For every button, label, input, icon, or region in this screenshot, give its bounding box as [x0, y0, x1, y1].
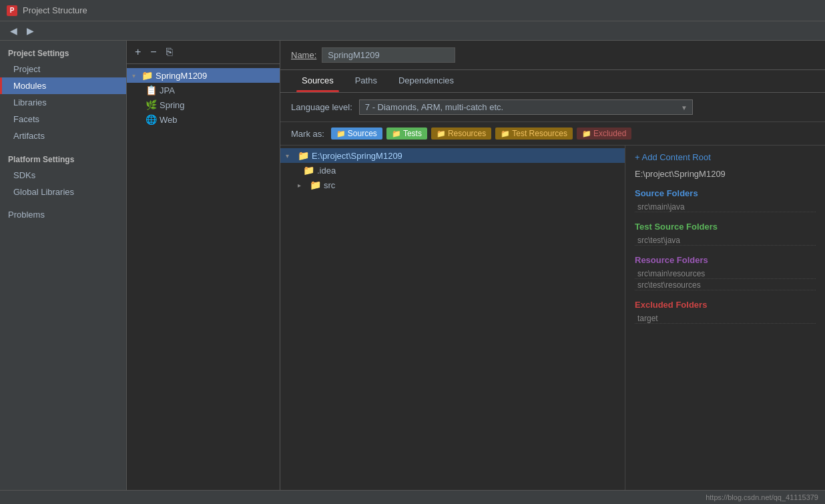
status-bar: https://blog.csdn.net/qq_41115379 [0, 490, 825, 504]
tree-item-root[interactable]: ▾ 📁 SpringM1209 [127, 68, 280, 83]
file-tree-area: ▾ 📁 E:\project\SpringM1209 📁 .idea ▸ 📁 s… [280, 146, 625, 490]
ftree-toggle-src: ▸ [298, 182, 307, 189]
tree-item-jpa[interactable]: 📋 JPA [127, 83, 280, 97]
sidebar-item-global-libraries[interactable]: Global Libraries [0, 184, 126, 200]
name-input[interactable] [322, 47, 455, 63]
title-bar: P Project Structure [0, 0, 825, 21]
sidebar-item-sdks[interactable]: SDKs [0, 167, 126, 184]
tab-paths[interactable]: Paths [344, 70, 388, 92]
ftree-folder-src: 📁 [310, 180, 321, 190]
nav-forward-button[interactable]: ▶ [23, 24, 37, 37]
excluded-folders-section: Excluded Folders target [635, 300, 816, 324]
language-level-select-wrap[interactable]: 7 - Diamonds, ARM, multi-catch etc. [359, 99, 693, 115]
badge-excluded[interactable]: 📁 Excluded [577, 128, 631, 140]
excluded-folders-title: Excluded Folders [635, 300, 816, 310]
copy-module-button[interactable]: ⎘ [164, 45, 176, 59]
resource-folders-section: Resource Folders src\main\resources src\… [635, 255, 816, 290]
folder-icon-web: 🌐 [146, 114, 157, 125]
tab-sources[interactable]: Sources [291, 70, 344, 92]
ftree-folder-idea: 📁 [303, 165, 314, 176]
title-bar-text: Project Structure [23, 5, 87, 15]
badge-sources[interactable]: 📁 Sources [331, 128, 382, 140]
module-panel: + − ⎘ ▾ 📁 SpringM1209 📋 JPA 🌿 Spring [127, 41, 280, 490]
ftree-item-src[interactable]: ▸ 📁 src [280, 178, 625, 192]
module-toolbar: + − ⎘ [127, 41, 280, 64]
tree-item-spring[interactable]: 🌿 Spring [127, 97, 280, 112]
tree-toggle-root: ▾ [132, 72, 139, 79]
folder-icon-root: 📁 [142, 70, 153, 81]
mark-as-label: Mark as: [291, 129, 324, 139]
ftree-folder-root: 📁 [298, 150, 309, 161]
folder-icon-jpa: 📋 [146, 85, 157, 95]
source-folders-title: Source Folders [635, 188, 816, 198]
right-panel: Name: Sources Paths Dependencies Languag… [280, 41, 825, 490]
add-module-button[interactable]: + [132, 45, 144, 59]
test-source-folder-path-0: src\test\java [635, 236, 816, 246]
tab-dependencies[interactable]: Dependencies [388, 70, 465, 92]
sources-folder-icon: 📁 [336, 130, 346, 138]
remove-module-button[interactable]: − [148, 45, 159, 59]
badge-tests[interactable]: 📁 Tests [386, 128, 427, 140]
info-panel: + Add Content Root E:\project\SpringM120… [625, 146, 825, 490]
ftree-item-root[interactable]: ▾ 📁 E:\project\SpringM1209 [280, 148, 625, 163]
badge-test-resources[interactable]: 📁 Test Resources [495, 128, 573, 140]
test-resources-folder-icon: 📁 [501, 130, 510, 138]
main-content: Project Settings Project Modules Librari… [0, 41, 825, 490]
sidebar-item-project[interactable]: Project [0, 61, 126, 77]
platform-settings-title: Platform Settings [0, 148, 126, 167]
project-settings-title: Project Settings [0, 43, 126, 61]
test-source-folders-title: Test Source Folders [635, 222, 816, 232]
language-row: Language level: 7 - Diamonds, ARM, multi… [280, 93, 825, 122]
resources-folder-icon: 📁 [437, 130, 446, 138]
language-level-select[interactable]: 7 - Diamonds, ARM, multi-catch etc. [359, 99, 693, 115]
sidebar-item-modules[interactable]: Modules [0, 77, 126, 94]
excluded-folder-path-0: target [635, 314, 816, 324]
module-tree: ▾ 📁 SpringM1209 📋 JPA 🌿 Spring 🌐 Web [127, 64, 280, 490]
test-source-folders-section: Test Source Folders src\test\java [635, 222, 816, 246]
status-url: https://blog.csdn.net/qq_41115379 [706, 493, 818, 501]
resource-folder-path-0: src\main\resources [635, 269, 816, 279]
sidebar: Project Settings Project Modules Librari… [0, 41, 127, 490]
tests-folder-icon: 📁 [392, 130, 401, 138]
name-row: Name: [280, 41, 825, 70]
tabs-row: Sources Paths Dependencies [280, 70, 825, 93]
nav-row: ◀ ▶ [0, 21, 825, 41]
resource-folder-path-1: src\test\resources [635, 280, 816, 290]
add-content-root-button[interactable]: + Add Content Root [635, 152, 816, 162]
ftree-item-idea[interactable]: 📁 .idea [280, 163, 625, 178]
resource-folders-title: Resource Folders [635, 255, 816, 265]
mark-as-row: Mark as: 📁 Sources 📁 Tests 📁 Resources 📁… [280, 122, 825, 146]
info-root-path: E:\project\SpringM1209 [635, 169, 816, 179]
sidebar-item-problems[interactable]: Problems [0, 204, 126, 223]
sidebar-item-facets[interactable]: Facets [0, 111, 126, 128]
nav-back-button[interactable]: ◀ [7, 24, 21, 37]
sidebar-item-artifacts[interactable]: Artifacts [0, 128, 126, 144]
source-folders-section: Source Folders src\main\java [635, 188, 816, 212]
tree-item-web[interactable]: 🌐 Web [127, 112, 280, 127]
folder-icon-spring: 🌿 [146, 99, 157, 110]
app-icon: P [7, 5, 17, 16]
name-label: Name: [291, 50, 316, 60]
bottom-split: ▾ 📁 E:\project\SpringM1209 📁 .idea ▸ 📁 s… [280, 146, 825, 490]
excluded-folder-icon: 📁 [582, 130, 591, 138]
sidebar-item-libraries[interactable]: Libraries [0, 94, 126, 111]
language-level-label: Language level: [291, 102, 352, 112]
ftree-toggle-root: ▾ [286, 152, 295, 160]
source-folder-path-0: src\main\java [635, 202, 816, 212]
badge-resources[interactable]: 📁 Resources [431, 128, 491, 140]
